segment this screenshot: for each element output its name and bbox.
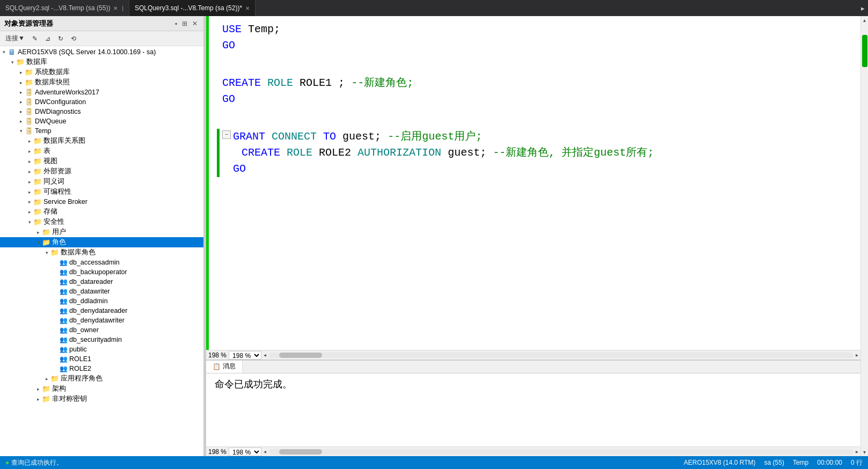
vscroll-thumb[interactable] (862, 35, 867, 67)
tree-item-synonyms[interactable]: ▸📁同义词 (0, 177, 203, 187)
tree-expander-synonyms[interactable]: ▸ (26, 178, 33, 186)
tree-item-role_securityadmin[interactable]: 👥db_securityadmin (0, 335, 203, 345)
tree-item-asymkeys[interactable]: ▸📁非对称密钥 (0, 394, 203, 404)
tree-item-programmability[interactable]: ▸📁可编程性 (0, 187, 203, 197)
tree-item-role_backupoperator[interactable]: 👥db_backupoperator (0, 267, 203, 277)
fold-button-grant[interactable]: − (222, 130, 231, 139)
tree-expander-temp[interactable]: ▾ (17, 127, 25, 135)
tree-expander-diagrams[interactable]: ▸ (26, 137, 33, 145)
tab-query3-close[interactable]: ✕ (245, 5, 250, 11)
tree-item-role_owner[interactable]: 👥db_owner (0, 325, 203, 335)
role2-guest: guest; (448, 146, 486, 159)
tree-expander-systemdbs[interactable]: ▸ (17, 69, 25, 76)
tab-query2-close[interactable]: ✕ (113, 5, 118, 11)
hscroll-left-arrow[interactable]: ◂ (264, 352, 266, 358)
zoom-select[interactable]: 198 % 100 % 150 % (229, 351, 261, 360)
tree-label-users: 用户 (52, 228, 66, 237)
tree-expander-users[interactable]: ▸ (34, 229, 42, 236)
tree-expander-snapshots[interactable]: ▸ (17, 79, 25, 86)
tree-expander-storage[interactable]: ▸ (26, 208, 33, 216)
tree-expander-adventureworks[interactable]: ▸ (17, 89, 25, 96)
tree-item-users[interactable]: ▸📁用户 (0, 227, 203, 237)
msg-hscroll-left[interactable]: ◂ (264, 449, 266, 455)
tree-icon-role_owner: 👥 (59, 326, 68, 334)
tree-item-role_denydatawriter[interactable]: 👥db_denydatawriter (0, 316, 203, 325)
tree-item-dwqueue[interactable]: ▸🗄DWQueue (0, 116, 203, 126)
messages-zoom-select[interactable]: 198 % 100 % (229, 448, 261, 456)
tree-expander-server[interactable]: ▾ (0, 48, 8, 56)
tree-item-systemdbs[interactable]: ▸📁系统数据库 (0, 67, 203, 77)
connect-button[interactable]: 连接▼ (3, 33, 27, 44)
vscroll-down-arrow[interactable]: ▾ (863, 448, 866, 456)
messages-tab[interactable]: 📋 消息 (206, 361, 243, 373)
tree-item-dwdiag[interactable]: ▸🗄DWDiagnostics (0, 107, 203, 116)
tree-expander-approles[interactable]: ▸ (43, 375, 50, 383)
tree-expander-servicebroker[interactable]: ▸ (26, 198, 33, 206)
tree-item-temp[interactable]: ▾🗄Temp (0, 126, 203, 136)
tree-expander-security[interactable]: ▾ (26, 218, 33, 226)
tree-item-role_role1[interactable]: 👥ROLE1 (0, 354, 203, 364)
tree-item-storage[interactable]: ▸📁存储 (0, 207, 203, 217)
tree-expander-external[interactable]: ▸ (26, 168, 33, 175)
tab-query2[interactable]: SQLQuery2.sql -...V8.Temp (sa (55)) ✕ | (0, 0, 129, 16)
tree-item-snapshots[interactable]: ▸📁数据库快照 (0, 77, 203, 87)
tab-scroll-arrow[interactable]: ▸ (858, 0, 868, 16)
tree-item-diagrams[interactable]: ▸📁数据库关系图 (0, 136, 203, 146)
refresh-icon[interactable]: ↻ (56, 34, 65, 43)
tree-expander-roles[interactable]: ▾ (34, 239, 42, 246)
tree-expander-dwqueue[interactable]: ▸ (17, 118, 25, 125)
tab-query3[interactable]: SQLQuery3.sql -...V8.Temp (sa (52))* ✕ (129, 0, 256, 16)
tree-item-role_role2[interactable]: 👥ROLE2 (0, 364, 203, 373)
tree-item-role_public[interactable]: 👥public (0, 345, 203, 354)
tree-expander-dwconfig[interactable]: ▸ (17, 98, 25, 106)
new-query-icon[interactable]: ✎ (30, 34, 40, 43)
tree-label-server: AERO15XV8 (SQL Server 14.0.1000.169 - sa… (18, 48, 156, 56)
tree-item-tables[interactable]: ▸📁表 (0, 146, 203, 156)
tree-item-role_datareader[interactable]: 👥db_datareader (0, 277, 203, 287)
tree-expander-schema[interactable]: ▸ (34, 385, 42, 393)
msg-hscrollbar-track[interactable] (268, 449, 854, 455)
tree-item-security[interactable]: ▾📁安全性 (0, 217, 203, 227)
pin-icon[interactable]: ▪ (173, 19, 179, 28)
tree-label-diagrams: 数据库关系图 (43, 136, 85, 145)
msg-hscroll-right[interactable]: ▸ (856, 449, 858, 455)
tree-leaf-role_role2 (52, 365, 59, 372)
tree-expander-dbroles[interactable]: ▾ (43, 249, 50, 257)
tree-label-role_denydatawriter: db_denydatawriter (69, 317, 125, 324)
use-value: Temp; (248, 23, 280, 35)
tree-item-views[interactable]: ▸📁视图 (0, 156, 203, 166)
tree-item-role_ddladmin[interactable]: 👥db_ddladmin (0, 296, 203, 306)
tree-expander-asymkeys[interactable]: ▸ (34, 395, 42, 403)
close-panel-icon[interactable]: ✕ (191, 19, 199, 28)
tree-label-role_owner: db_owner (69, 326, 99, 334)
tree-item-roles[interactable]: ▾📁角色 (0, 237, 203, 247)
tree-item-adventureworks[interactable]: ▸🗄AdventureWorks2017 (0, 87, 203, 97)
tree-item-approles[interactable]: ▸📁应用程序角色 (0, 373, 203, 384)
tree-expander-views[interactable]: ▸ (26, 158, 33, 165)
hscroll-right-arrow[interactable]: ▸ (856, 352, 858, 358)
tree-item-dwconfig[interactable]: ▸🗄DWConfiguration (0, 97, 203, 107)
tree-item-servicebroker[interactable]: ▸📁Service Broker (0, 197, 203, 207)
messages-tab-label: 消息 (223, 362, 236, 371)
unpin-icon[interactable]: ⊞ (180, 19, 189, 28)
tree-expander-tables[interactable]: ▸ (26, 148, 33, 155)
tree-item-role_denydatareader[interactable]: 👥db_denydatareader (0, 306, 203, 316)
filter-icon[interactable]: ⊿ (43, 34, 53, 43)
sync-icon[interactable]: ⟲ (69, 34, 78, 43)
vscroll-up-arrow[interactable]: ▴ (863, 16, 866, 24)
tree-item-schema[interactable]: ▸📁架构 (0, 384, 203, 394)
code-line-go3: GO (217, 161, 860, 177)
tree-expander-databases[interactable]: ▾ (9, 58, 16, 66)
tree-item-dbroles[interactable]: ▾📁数据库角色 (0, 247, 203, 258)
hscrollbar-track[interactable] (268, 353, 854, 358)
tree-item-external[interactable]: ▸📁外部资源 (0, 166, 203, 177)
tree-expander-dwdiag[interactable]: ▸ (17, 108, 25, 115)
tree-item-databases[interactable]: ▾📁数据库 (0, 57, 203, 67)
tree-item-role_accessadmin[interactable]: 👥db_accessadmin (0, 258, 203, 267)
code-editor[interactable]: USE Temp; GO CREATE (206, 16, 860, 350)
tree-item-role_datawriter[interactable]: 👥db_datawriter (0, 287, 203, 296)
tree-item-server[interactable]: ▾🖥AERO15XV8 (SQL Server 14.0.1000.169 - … (0, 47, 203, 57)
tree-expander-programmability[interactable]: ▸ (26, 188, 33, 196)
hscrollbar-thumb[interactable] (279, 353, 322, 358)
msg-hscrollbar-thumb[interactable] (279, 449, 322, 455)
